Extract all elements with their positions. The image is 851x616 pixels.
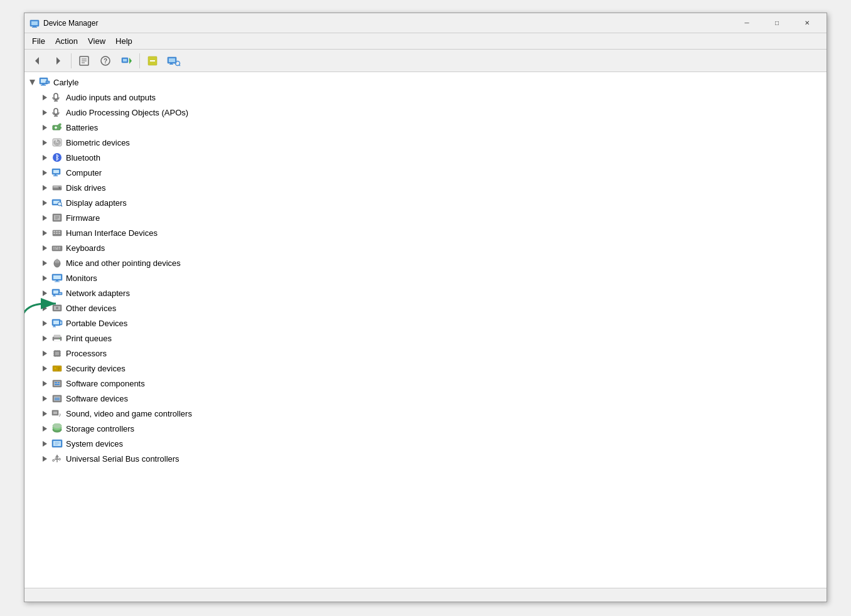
- menu-action[interactable]: Action: [50, 35, 83, 48]
- audio-inputs-label: Audio inputs and outputs: [66, 93, 156, 102]
- expand-print-queues[interactable]: [40, 333, 50, 343]
- svg-marker-154: [43, 411, 47, 417]
- tree-item-display-adapters[interactable]: Display adapters: [24, 195, 827, 210]
- expand-carlyle[interactable]: [27, 77, 37, 87]
- tree-item-mice[interactable]: Mice and other pointing devices: [24, 255, 827, 270]
- svg-rect-75: [58, 231, 60, 232]
- tree-item-software-devices[interactable]: Software devices: [24, 391, 827, 406]
- tree-item-disk-drives[interactable]: Disk drives: [24, 180, 827, 195]
- expand-system-devices[interactable]: [40, 438, 50, 449]
- menu-help[interactable]: Help: [110, 35, 137, 48]
- svg-rect-86: [55, 248, 58, 250]
- expand-software-devices[interactable]: [40, 393, 50, 403]
- tree-item-print-queues[interactable]: Print queues: [24, 331, 827, 346]
- expand-human-interface[interactable]: [40, 228, 50, 238]
- tree-item-human-interface[interactable]: Human Interface Devices: [24, 225, 827, 240]
- expand-audio-processing[interactable]: [40, 107, 50, 117]
- svg-rect-152: [55, 398, 60, 399]
- uninstall-icon: [147, 55, 158, 66]
- expand-storage-controllers[interactable]: [40, 423, 50, 433]
- tree-item-processors[interactable]: Processors: [24, 346, 827, 361]
- svg-rect-102: [53, 296, 56, 297]
- expand-mice[interactable]: [40, 258, 50, 268]
- tree-item-batteries[interactable]: Batteries: [24, 120, 827, 135]
- usb-controllers-icon: [51, 452, 63, 465]
- tree-item-network-adapters[interactable]: Network adapters: [24, 285, 827, 300]
- properties-button[interactable]: [74, 51, 94, 70]
- tree-item-software-components[interactable]: Software components: [24, 376, 827, 391]
- expand-portable-devices[interactable]: [40, 318, 50, 328]
- disk-drives-label: Disk drives: [66, 183, 106, 193]
- expand-display-adapters[interactable]: [40, 198, 50, 208]
- tree-item-monitors[interactable]: Monitors: [24, 270, 827, 285]
- expand-monitors[interactable]: [40, 273, 50, 283]
- expand-network-adapters[interactable]: [40, 288, 50, 298]
- forward-button[interactable]: [48, 51, 68, 70]
- expand-batteries[interactable]: [40, 122, 50, 132]
- tree-item-security-devices[interactable]: Security devices: [24, 361, 827, 376]
- back-button[interactable]: [27, 51, 47, 70]
- tree-item-firmware[interactable]: Firmware: [24, 210, 827, 225]
- expand-audio-inputs[interactable]: [40, 92, 50, 102]
- human-interface-label: Human Interface Devices: [66, 228, 158, 238]
- minimize-button[interactable]: ─: [732, 13, 761, 33]
- expand-processors[interactable]: [40, 348, 50, 358]
- tree-item-sound-video[interactable]: ♪ Sound, video and game controllers: [24, 406, 827, 421]
- other-devices-icon: [51, 302, 63, 314]
- menu-view[interactable]: View: [83, 35, 110, 48]
- uninstall-button[interactable]: [142, 51, 163, 70]
- tree-item-system-devices[interactable]: System devices: [24, 436, 827, 451]
- tree-item-biometric[interactable]: Biometric devices: [24, 135, 827, 150]
- svg-rect-114: [53, 327, 56, 327]
- svg-rect-77: [56, 233, 58, 234]
- expand-firmware[interactable]: [40, 213, 50, 223]
- update-driver-button[interactable]: [117, 51, 137, 70]
- expand-software-components[interactable]: [40, 378, 50, 388]
- svg-line-175: [57, 459, 60, 460]
- tree-item-other-devices[interactable]: Other devices: [24, 300, 827, 316]
- carlyle-label: Carlyle: [53, 78, 78, 87]
- monitors-label: Monitors: [66, 273, 97, 283]
- storage-controllers-label: Storage controllers: [66, 424, 134, 433]
- svg-rect-78: [58, 233, 60, 234]
- svg-marker-49: [43, 170, 47, 176]
- tree-item-keyboards[interactable]: Keyboards: [24, 240, 827, 255]
- expand-disk-drives[interactable]: [40, 183, 50, 193]
- storage-controllers-icon: [51, 422, 63, 435]
- svg-point-57: [59, 187, 61, 189]
- help-button[interactable]: ?: [95, 51, 115, 70]
- svg-rect-116: [60, 322, 62, 324]
- toolbar: ?: [24, 50, 827, 72]
- tree-item-usb-controllers[interactable]: Universal Serial Bus controllers: [24, 451, 827, 466]
- expand-security-devices[interactable]: [40, 363, 50, 373]
- software-devices-label: Software devices: [66, 394, 128, 403]
- firmware-label: Firmware: [66, 213, 100, 223]
- expand-usb-controllers[interactable]: [40, 454, 50, 464]
- maximize-button[interactable]: □: [763, 13, 791, 33]
- tree-item-computer[interactable]: Computer: [24, 165, 827, 180]
- expand-sound-video[interactable]: [40, 408, 50, 418]
- expand-keyboards[interactable]: [40, 243, 50, 253]
- network-adapters-icon: [51, 287, 63, 299]
- svg-rect-3: [32, 27, 37, 28]
- portable-devices-icon: [51, 317, 63, 329]
- tree-item-audio-processing[interactable]: Audio Processing Objects (APOs): [24, 105, 827, 120]
- expand-other-devices[interactable]: [40, 303, 50, 313]
- audio-inputs-icon: [51, 91, 63, 104]
- tree-item-audio-inputs[interactable]: Audio inputs and outputs: [24, 90, 827, 105]
- menu-file[interactable]: File: [27, 35, 50, 48]
- expand-bluetooth[interactable]: [40, 152, 50, 162]
- tree-item-bluetooth[interactable]: ᛒ Bluetooth: [24, 150, 827, 165]
- expand-biometric[interactable]: [40, 137, 50, 147]
- svg-rect-153: [55, 400, 60, 401]
- svg-rect-20: [169, 64, 173, 65]
- svg-rect-19: [170, 63, 173, 64]
- scan-hardware-button[interactable]: [164, 51, 184, 70]
- tree-root-carlyle[interactable]: Carlyle: [24, 75, 827, 90]
- svg-marker-105: [43, 305, 47, 311]
- title-bar: Device Manager ─ □ ✕: [24, 13, 827, 33]
- tree-item-portable-devices[interactable]: Portable Devices: [24, 316, 827, 331]
- close-button[interactable]: ✕: [793, 13, 822, 33]
- tree-item-storage-controllers[interactable]: Storage controllers: [24, 421, 827, 436]
- expand-computer[interactable]: [40, 167, 50, 178]
